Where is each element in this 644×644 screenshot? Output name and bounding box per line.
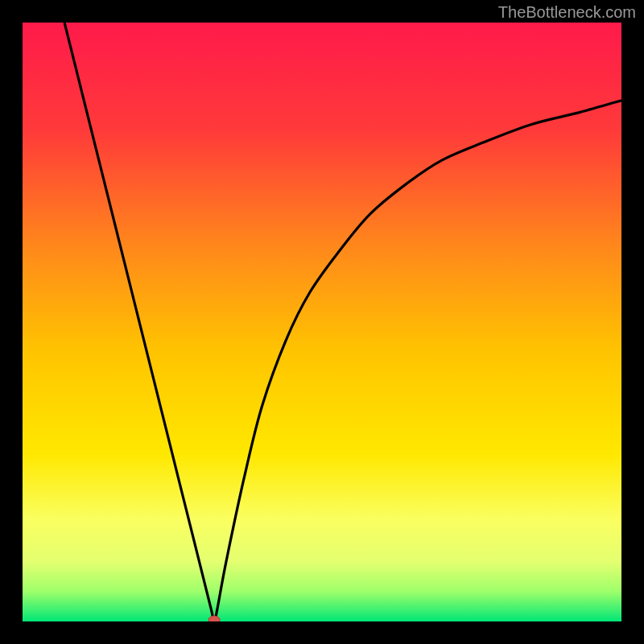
chart-curve [23, 23, 621, 621]
plot-area [23, 23, 621, 621]
optimal-point-marker [208, 616, 220, 621]
watermark-text: TheBottleneck.com [498, 3, 636, 22]
bottleneck-curve-path [64, 23, 621, 621]
